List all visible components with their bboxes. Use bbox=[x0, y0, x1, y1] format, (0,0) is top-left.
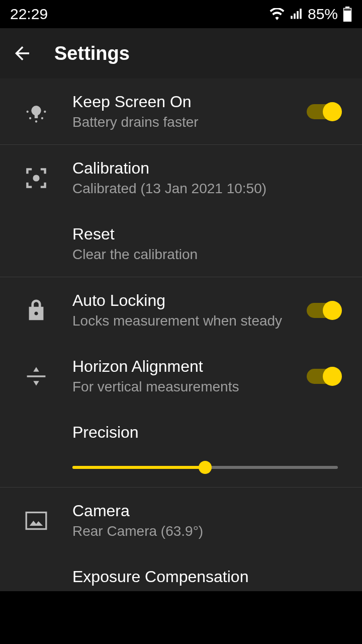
signal-icon bbox=[290, 8, 303, 20]
row-subtitle: For vertical measurements bbox=[72, 379, 307, 395]
image-icon bbox=[25, 511, 47, 531]
row-title: Reset bbox=[72, 225, 350, 244]
svg-point-5 bbox=[27, 110, 29, 112]
row-title: Calibration bbox=[72, 159, 350, 178]
svg-point-6 bbox=[44, 110, 46, 112]
keep-screen-toggle[interactable] bbox=[307, 104, 340, 119]
status-bar: 22:29 85% bbox=[0, 0, 362, 28]
battery-icon bbox=[343, 7, 352, 22]
status-time: 22:29 bbox=[10, 6, 48, 23]
row-subtitle: Battery drains faster bbox=[72, 114, 307, 130]
row-subtitle: Clear the calibration bbox=[72, 247, 350, 263]
row-title: Exposure Compensation bbox=[72, 568, 350, 586]
horizon-toggle[interactable] bbox=[307, 369, 340, 384]
svg-rect-2 bbox=[344, 9, 351, 11]
bulb-icon bbox=[23, 99, 49, 125]
app-bar: Settings bbox=[0, 28, 362, 78]
svg-rect-0 bbox=[345, 7, 349, 8]
svg-point-9 bbox=[35, 120, 37, 122]
row-subtitle: Calibrated (13 Jan 2021 10:50) bbox=[72, 181, 350, 197]
row-subtitle: Rear Camera (63.9°) bbox=[72, 523, 350, 539]
svg-point-7 bbox=[29, 117, 31, 119]
row-title: Horizon Alignment bbox=[72, 357, 307, 376]
row-camera[interactable]: Camera Rear Camera (63.9°) bbox=[0, 488, 362, 553]
lock-icon bbox=[26, 298, 46, 323]
back-button[interactable] bbox=[10, 41, 34, 65]
svg-point-10 bbox=[33, 175, 39, 181]
row-title: Auto Locking bbox=[72, 291, 307, 310]
align-icon bbox=[25, 365, 48, 388]
battery-text: 85% bbox=[308, 6, 338, 23]
settings-list: Keep Screen On Battery drains faster Cal… bbox=[0, 78, 362, 591]
row-exposure-compensation[interactable]: Exposure Compensation bbox=[0, 553, 362, 591]
row-title: Camera bbox=[72, 502, 350, 520]
row-keep-screen-on[interactable]: Keep Screen On Battery drains faster bbox=[0, 78, 362, 144]
row-title: Precision bbox=[72, 423, 338, 442]
status-right: 85% bbox=[269, 6, 352, 23]
row-calibration[interactable]: Calibration Calibrated (13 Jan 2021 10:5… bbox=[0, 145, 362, 211]
precision-slider[interactable] bbox=[72, 466, 338, 469]
svg-rect-4 bbox=[35, 115, 38, 118]
wifi-icon bbox=[269, 8, 285, 20]
row-reset[interactable]: Reset Clear the calibration bbox=[0, 211, 362, 277]
page-title: Settings bbox=[54, 43, 130, 64]
calibration-icon bbox=[25, 167, 47, 189]
arrow-back-icon bbox=[12, 43, 33, 64]
row-auto-locking[interactable]: Auto Locking Locks measurement when stea… bbox=[0, 277, 362, 343]
row-title: Keep Screen On bbox=[72, 93, 307, 111]
row-precision: Precision bbox=[0, 409, 362, 487]
svg-rect-12 bbox=[26, 512, 46, 529]
row-subtitle: Locks measurement when steady bbox=[72, 313, 307, 329]
svg-point-8 bbox=[41, 117, 43, 119]
auto-locking-toggle[interactable] bbox=[307, 303, 340, 318]
svg-point-3 bbox=[31, 106, 41, 116]
row-horizon-alignment[interactable]: Horizon Alignment For vertical measureme… bbox=[0, 343, 362, 409]
